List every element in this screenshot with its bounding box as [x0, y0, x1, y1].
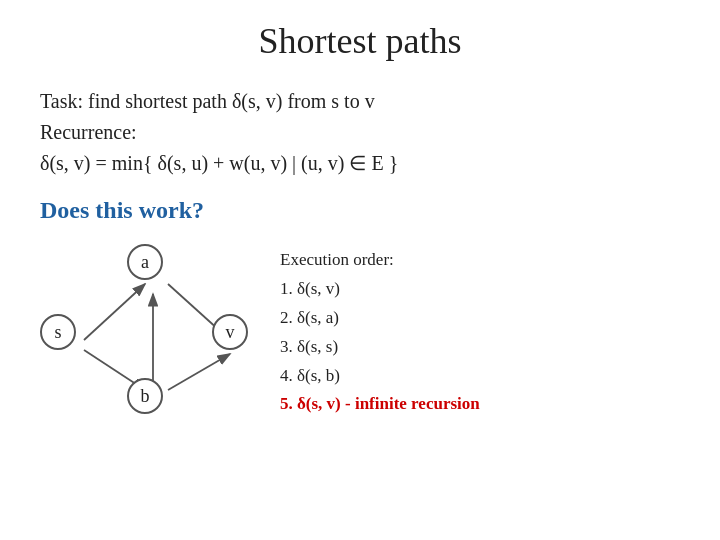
bottom-section: a s v b Execution order: 1. δ(s, v) 2. δ… [40, 242, 680, 422]
execution-item-4: 4. δ(s, b) [280, 362, 480, 391]
svg-line-1 [84, 284, 145, 340]
execution-item-5: 5. δ(s, v) - infinite recursion [280, 390, 480, 419]
task-block: Task: find shortest path δ(s, v) from s … [40, 86, 680, 179]
execution-item-2: 2. δ(s, a) [280, 304, 480, 333]
node-a: a [127, 244, 163, 280]
graph-diagram: a s v b [40, 242, 250, 422]
task-line2: Recurrence: [40, 117, 680, 148]
node-s: s [40, 314, 76, 350]
execution-order: Execution order: 1. δ(s, v) 2. δ(s, a) 3… [280, 242, 480, 419]
does-this-work: Does this work? [40, 197, 680, 224]
execution-item-1: 1. δ(s, v) [280, 275, 480, 304]
svg-line-4 [168, 354, 230, 390]
node-v: v [212, 314, 248, 350]
page: Shortest paths Task: find shortest path … [0, 0, 720, 540]
execution-item-3: 3. δ(s, s) [280, 333, 480, 362]
task-line1: Task: find shortest path δ(s, v) from s … [40, 86, 680, 117]
page-title: Shortest paths [40, 20, 680, 62]
task-line3: δ(s, v) = min{ δ(s, u) + w(u, v) | (u, v… [40, 148, 680, 179]
node-b: b [127, 378, 163, 414]
execution-title: Execution order: [280, 246, 480, 275]
